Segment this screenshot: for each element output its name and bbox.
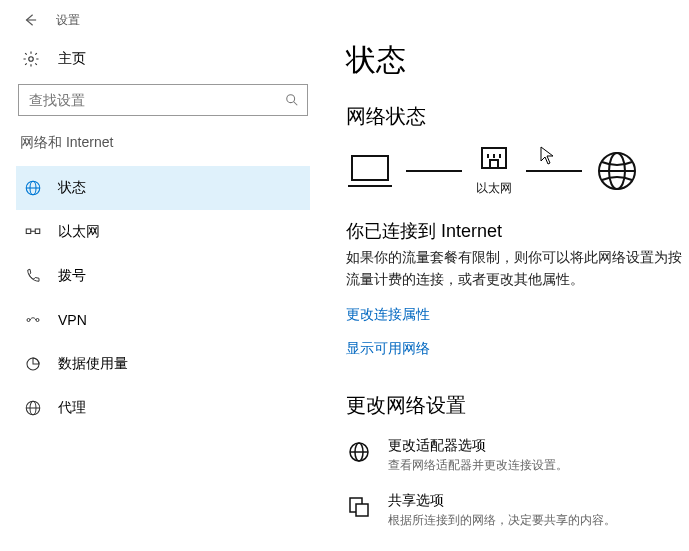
svg-point-10 bbox=[36, 319, 39, 322]
connection-line bbox=[406, 170, 462, 172]
connection-line bbox=[526, 170, 582, 172]
nav-label: VPN bbox=[58, 312, 87, 328]
header-title: 设置 bbox=[56, 12, 80, 29]
connected-heading: 你已连接到 Internet bbox=[346, 219, 685, 243]
search-box[interactable] bbox=[18, 84, 308, 116]
ethernet-caption: 以太网 bbox=[476, 180, 512, 197]
nav-item-dialup[interactable]: 拨号 bbox=[16, 254, 310, 298]
svg-point-9 bbox=[27, 319, 30, 322]
main-content: 状态 网络状态 以太网 你已连接到 Internet 如果你的流量套餐有限制，则… bbox=[346, 40, 689, 547]
vpn-icon bbox=[22, 309, 44, 331]
home-button[interactable]: 主页 bbox=[16, 40, 310, 80]
option-sharing-settings[interactable]: 共享选项 根据所连接到的网络，决定要共享的内容。 bbox=[346, 492, 685, 529]
proxy-icon bbox=[22, 397, 44, 419]
show-available-networks-link[interactable]: 显示可用网络 bbox=[346, 340, 430, 358]
svg-point-0 bbox=[29, 57, 34, 62]
option-title: 更改适配器选项 bbox=[388, 437, 568, 455]
internet-globe-icon bbox=[596, 150, 638, 192]
phone-icon bbox=[22, 265, 44, 287]
sidebar-section-header: 网络和 Internet bbox=[20, 134, 310, 152]
search-input[interactable] bbox=[29, 92, 285, 108]
nav-item-status[interactable]: 状态 bbox=[16, 166, 310, 210]
nav-item-ethernet[interactable]: 以太网 bbox=[16, 210, 310, 254]
sidebar: 主页 网络和 Internet 状态 以太网 拨号 VPN bbox=[0, 40, 310, 430]
adapter-options-icon bbox=[346, 439, 372, 465]
search-icon bbox=[285, 93, 299, 107]
option-desc: 根据所连接到的网络，决定要共享的内容。 bbox=[388, 512, 616, 529]
nav-label: 代理 bbox=[58, 399, 86, 417]
svg-point-1 bbox=[287, 95, 295, 103]
ethernet-device-icon: 以太网 bbox=[476, 144, 512, 197]
globe-icon bbox=[22, 177, 44, 199]
home-label: 主页 bbox=[58, 50, 86, 68]
change-connection-properties-link[interactable]: 更改连接属性 bbox=[346, 306, 430, 324]
back-button[interactable] bbox=[22, 12, 38, 28]
gear-icon bbox=[22, 50, 44, 68]
nav-item-data-usage[interactable]: 数据使用量 bbox=[16, 342, 310, 386]
nav-label: 状态 bbox=[58, 179, 86, 197]
network-diagram: 以太网 bbox=[348, 144, 685, 197]
svg-rect-6 bbox=[26, 229, 31, 234]
svg-line-2 bbox=[294, 102, 298, 106]
svg-rect-7 bbox=[35, 229, 40, 234]
connected-description: 如果你的流量套餐有限制，则你可以将此网络设置为按流量计费的连接，或者更改其他属性… bbox=[346, 247, 685, 290]
nav-label: 数据使用量 bbox=[58, 355, 128, 373]
option-desc: 查看网络适配器并更改连接设置。 bbox=[388, 457, 568, 474]
svg-rect-18 bbox=[490, 160, 498, 168]
change-network-settings-heading: 更改网络设置 bbox=[346, 392, 685, 419]
option-title: 共享选项 bbox=[388, 492, 616, 510]
page-title: 状态 bbox=[346, 40, 685, 81]
ethernet-icon bbox=[22, 221, 44, 243]
nav-item-proxy[interactable]: 代理 bbox=[16, 386, 310, 430]
data-usage-icon bbox=[22, 353, 44, 375]
svg-rect-15 bbox=[352, 156, 388, 180]
pc-icon bbox=[348, 152, 392, 190]
nav-label: 拨号 bbox=[58, 267, 86, 285]
sharing-options-icon bbox=[346, 494, 372, 520]
svg-rect-29 bbox=[356, 504, 368, 516]
nav-item-vpn[interactable]: VPN bbox=[16, 298, 310, 342]
nav-label: 以太网 bbox=[58, 223, 100, 241]
network-status-heading: 网络状态 bbox=[346, 103, 685, 130]
option-adapter-settings[interactable]: 更改适配器选项 查看网络适配器并更改连接设置。 bbox=[346, 437, 685, 474]
